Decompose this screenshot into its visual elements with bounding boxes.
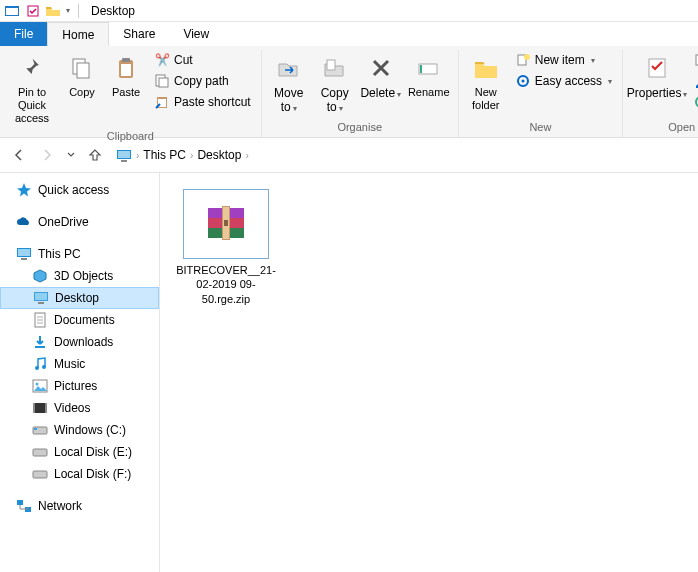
- copy-path-button[interactable]: Copy path: [150, 71, 255, 91]
- file-list[interactable]: BITRECOVER__21-02-2019 09-50.rge.zip: [160, 173, 698, 572]
- ribbon-tabs: File Home Share View: [0, 22, 698, 46]
- tree-this-pc[interactable]: This PC: [0, 243, 159, 265]
- breadcrumb-desktop[interactable]: Desktop: [197, 148, 241, 162]
- copy-to-icon: [319, 52, 351, 84]
- drive-icon: [32, 444, 48, 460]
- nav-recent-button[interactable]: [64, 144, 78, 166]
- svg-rect-46: [17, 500, 23, 505]
- easy-access-icon: [515, 73, 531, 89]
- nav-back-button[interactable]: [8, 144, 30, 166]
- svg-point-36: [42, 365, 46, 369]
- tab-share[interactable]: Share: [109, 22, 169, 46]
- tree-videos[interactable]: Videos: [0, 397, 159, 419]
- onedrive-icon: [16, 214, 32, 230]
- file-thumbnail: [183, 189, 269, 259]
- tree-pictures[interactable]: Pictures: [0, 375, 159, 397]
- svg-point-38: [36, 383, 39, 386]
- tree-quick-access[interactable]: Quick access: [0, 179, 159, 201]
- open-icon: [693, 52, 698, 68]
- nav-tree: Quick access OneDrive This PC 3D Objects: [0, 173, 160, 572]
- svg-rect-40: [33, 403, 35, 413]
- copy-button[interactable]: Copy: [62, 50, 102, 101]
- svg-rect-14: [420, 65, 422, 73]
- chevron-down-icon: ▾: [293, 104, 297, 113]
- delete-button[interactable]: Delete▾: [360, 50, 402, 102]
- rename-button[interactable]: Rename: [406, 50, 452, 101]
- chevron-right-icon[interactable]: ›: [190, 150, 193, 161]
- copy-to-button[interactable]: Copy to▾: [314, 50, 356, 117]
- chevron-down-icon: ▾: [339, 104, 343, 113]
- objects-3d-icon: [32, 268, 48, 284]
- pin-quick-access-button[interactable]: Pin to Quick access: [6, 50, 58, 128]
- move-to-button[interactable]: Move to▾: [268, 50, 310, 117]
- tree-downloads[interactable]: Downloads: [0, 331, 159, 353]
- svg-rect-26: [18, 249, 30, 256]
- cut-icon: ✂️: [154, 52, 170, 68]
- tree-network[interactable]: Network: [0, 495, 159, 517]
- properties-button[interactable]: Properties▾: [629, 50, 685, 102]
- svg-rect-24: [121, 160, 127, 162]
- svg-point-18: [521, 80, 524, 83]
- move-to-icon: [273, 52, 305, 84]
- tree-music[interactable]: Music: [0, 353, 159, 375]
- ribbon-group-open: Properties▾ Op Edi: [623, 50, 698, 137]
- chevron-down-icon: ▾: [591, 56, 595, 65]
- folder-icon[interactable]: [44, 2, 62, 20]
- desktop-icon: [33, 290, 49, 306]
- nav-forward-button[interactable]: [36, 144, 58, 166]
- tree-drive-e[interactable]: Local Disk (E:): [0, 441, 159, 463]
- breadcrumb-thispc[interactable]: This PC: [143, 148, 186, 162]
- pictures-icon: [32, 378, 48, 394]
- videos-icon: [32, 400, 48, 416]
- tab-file[interactable]: File: [0, 22, 47, 46]
- window-title: Desktop: [91, 4, 135, 18]
- quick-access-toolbar: ▾: [4, 2, 70, 20]
- new-folder-button[interactable]: New folder: [465, 50, 507, 114]
- qat-properties-icon[interactable]: [24, 2, 42, 20]
- tab-home[interactable]: Home: [47, 22, 109, 46]
- svg-rect-30: [38, 302, 44, 304]
- new-item-button[interactable]: New item ▾: [511, 50, 616, 70]
- nav-up-button[interactable]: [84, 144, 106, 166]
- svg-rect-7: [121, 64, 131, 76]
- explorer-icon[interactable]: [4, 2, 22, 20]
- pc-icon: [116, 148, 132, 162]
- tree-documents[interactable]: Documents: [0, 309, 159, 331]
- tree-drive-c[interactable]: Windows (C:): [0, 419, 159, 441]
- address-bar[interactable]: › This PC › Desktop ›: [112, 143, 690, 167]
- chevron-down-icon: ▾: [397, 90, 401, 99]
- easy-access-button[interactable]: Easy access ▾: [511, 71, 616, 91]
- paste-button[interactable]: Paste: [106, 50, 146, 101]
- tree-onedrive[interactable]: OneDrive: [0, 211, 159, 233]
- cut-button[interactable]: ✂️ Cut: [150, 50, 255, 70]
- downloads-icon: [32, 334, 48, 350]
- chevron-right-icon[interactable]: ›: [136, 150, 139, 161]
- svg-rect-41: [45, 403, 47, 413]
- svg-rect-6: [122, 58, 130, 62]
- tree-drive-f[interactable]: Local Disk (F:): [0, 463, 159, 485]
- tree-3d-objects[interactable]: 3D Objects: [0, 265, 159, 287]
- edit-button[interactable]: Edi: [689, 71, 698, 91]
- svg-rect-12: [327, 60, 335, 70]
- svg-rect-45: [33, 471, 47, 478]
- history-button[interactable]: His: [689, 92, 698, 112]
- tree-desktop[interactable]: Desktop: [0, 287, 159, 309]
- svg-rect-43: [34, 428, 37, 430]
- copy-icon: [66, 52, 98, 84]
- qat-dropdown-icon[interactable]: ▾: [66, 6, 70, 15]
- ribbon: Pin to Quick access Copy Paste ✂️ Cut: [0, 46, 698, 138]
- quick-access-icon: [16, 182, 32, 198]
- paste-shortcut-button[interactable]: Paste shortcut: [150, 92, 255, 112]
- svg-rect-44: [33, 449, 47, 456]
- chevron-right-icon[interactable]: ›: [245, 150, 248, 161]
- file-item[interactable]: BITRECOVER__21-02-2019 09-50.rge.zip: [176, 189, 276, 306]
- group-label-open: Open: [668, 119, 695, 137]
- network-icon: [16, 498, 32, 514]
- tab-view[interactable]: View: [169, 22, 223, 46]
- open-dropdown-button[interactable]: Op: [689, 50, 698, 70]
- paste-shortcut-icon: [154, 94, 170, 110]
- paste-icon: [110, 52, 142, 84]
- documents-icon: [32, 312, 48, 328]
- rename-icon: [413, 52, 445, 84]
- new-folder-icon: [470, 52, 502, 84]
